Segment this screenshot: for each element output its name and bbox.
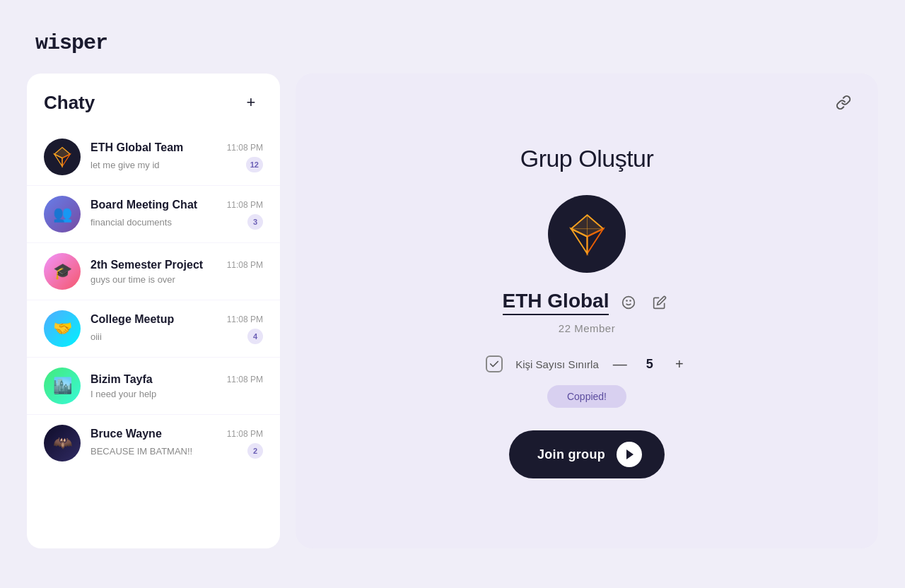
emoji-button[interactable] xyxy=(617,291,640,314)
chat-item[interactable]: 🤝 College Meetup 11:08 PM oiii 4 xyxy=(27,300,280,358)
chat-info: College Meetup 11:08 PM oiii 4 xyxy=(90,313,263,344)
group-page-title: Grup Oluştur xyxy=(520,145,654,172)
chat-item[interactable]: 👥 Board Meeting Chat 11:08 PM financial … xyxy=(27,186,280,243)
avatar: 🤝 xyxy=(44,310,81,347)
avatar: 🎓 xyxy=(44,253,81,290)
limit-row: Kişi Sayısı Sınırla — 5 + xyxy=(484,354,689,374)
edit-button[interactable] xyxy=(648,291,671,314)
chat-time: 11:08 PM xyxy=(227,375,263,384)
chat-info: ETH Global Team 11:08 PM let me give my … xyxy=(90,141,263,172)
chat-preview: BECAUSE IM BATMAN!! xyxy=(90,446,192,457)
chat-name: Bizim Tayfa xyxy=(90,373,153,386)
right-panel: Grup Oluştur ETH Global xyxy=(296,74,878,548)
chat-name: College Meetup xyxy=(90,313,174,326)
chat-name: Board Meeting Chat xyxy=(90,199,197,211)
chat-time: 11:08 PM xyxy=(227,314,263,324)
chat-item[interactable]: 🦇 Bruce Wayne 11:08 PM BECAUSE IM BATMAN… xyxy=(27,415,280,471)
chat-preview: let me give my id xyxy=(90,160,160,170)
avatar xyxy=(44,139,81,175)
chat-bottom: guys our time is over xyxy=(90,274,263,285)
unread-badge: 3 xyxy=(247,214,263,230)
chat-time: 11:08 PM xyxy=(227,429,263,439)
unread-badge: 4 xyxy=(247,329,263,344)
group-avatar xyxy=(548,195,626,273)
chat-list-panel: Chaty + ETH Global Team 11:08 PM let me … xyxy=(27,74,280,548)
panel-title: Chaty xyxy=(44,92,95,114)
chat-time: 11:08 PM xyxy=(227,143,263,153)
chat-item[interactable]: 🏙️ Bizim Tayfa 11:08 PM I need your help xyxy=(27,358,280,415)
chat-bottom: financial documents 3 xyxy=(90,214,263,230)
chat-bottom: BECAUSE IM BATMAN!! 2 xyxy=(90,443,263,459)
join-button-label: Join group xyxy=(537,447,605,462)
increment-button[interactable]: + xyxy=(670,354,689,374)
chat-top: Bruce Wayne 11:08 PM xyxy=(90,428,263,440)
svg-marker-3 xyxy=(54,148,70,158)
decrement-button[interactable]: — xyxy=(610,354,630,374)
checkbox-icon xyxy=(486,355,503,372)
chat-preview: financial documents xyxy=(90,217,172,228)
chat-bottom: let me give my id 12 xyxy=(90,157,263,172)
chat-info: Bizim Tayfa 11:08 PM I need your help xyxy=(90,373,263,399)
unread-badge: 12 xyxy=(246,157,263,172)
chat-time: 11:08 PM xyxy=(227,260,263,270)
avatar: 👥 xyxy=(44,196,81,233)
chat-info: Board Meeting Chat 11:08 PM financial do… xyxy=(90,199,263,230)
panel-header: Chaty + xyxy=(27,90,280,129)
limit-checkbox[interactable] xyxy=(484,354,504,374)
copied-badge: Coppied! xyxy=(547,385,626,408)
unread-badge: 2 xyxy=(247,443,263,459)
member-count: 22 Member xyxy=(559,322,615,334)
chat-top: Bizim Tayfa 11:08 PM xyxy=(90,373,263,386)
stepper-value: 5 xyxy=(643,357,657,372)
svg-marker-9 xyxy=(571,215,603,237)
chat-top: College Meetup 11:08 PM xyxy=(90,313,263,326)
avatar: 🏙️ xyxy=(44,368,81,404)
chat-bottom: I need your help xyxy=(90,389,263,399)
chat-info: 2th Semester Project 11:08 PM guys our t… xyxy=(90,259,263,285)
chat-item[interactable]: 🎓 2th Semester Project 11:08 PM guys our… xyxy=(27,243,280,300)
group-name: ETH Global xyxy=(503,290,609,315)
limit-label: Kişi Sayısı Sınırla xyxy=(515,358,599,370)
app-logo: wisper xyxy=(35,31,107,55)
chat-name: ETH Global Team xyxy=(90,141,183,154)
join-arrow-icon xyxy=(617,442,642,467)
chat-list: ETH Global Team 11:08 PM let me give my … xyxy=(27,129,280,471)
group-name-row: ETH Global xyxy=(503,290,672,315)
chat-item[interactable]: ETH Global Team 11:08 PM let me give my … xyxy=(27,129,280,186)
chat-info: Bruce Wayne 11:08 PM BECAUSE IM BATMAN!!… xyxy=(90,428,263,459)
chat-top: ETH Global Team 11:08 PM xyxy=(90,141,263,154)
chat-preview: oiii xyxy=(90,331,102,342)
svg-point-10 xyxy=(623,297,635,309)
chat-time: 11:08 PM xyxy=(227,200,263,210)
join-group-button[interactable]: Join group xyxy=(509,430,665,478)
chat-top: Board Meeting Chat 11:08 PM xyxy=(90,199,263,211)
chat-preview: guys our time is over xyxy=(90,274,175,285)
chat-top: 2th Semester Project 11:08 PM xyxy=(90,259,263,271)
chat-name: Bruce Wayne xyxy=(90,428,162,440)
stepper: — 5 + xyxy=(610,354,689,374)
add-chat-button[interactable]: + xyxy=(239,90,263,114)
group-content: Grup Oluştur ETH Global xyxy=(315,89,858,534)
chat-name: 2th Semester Project xyxy=(90,259,203,271)
chat-preview: I need your help xyxy=(90,389,156,399)
avatar: 🦇 xyxy=(44,425,81,461)
chat-bottom: oiii 4 xyxy=(90,329,263,344)
